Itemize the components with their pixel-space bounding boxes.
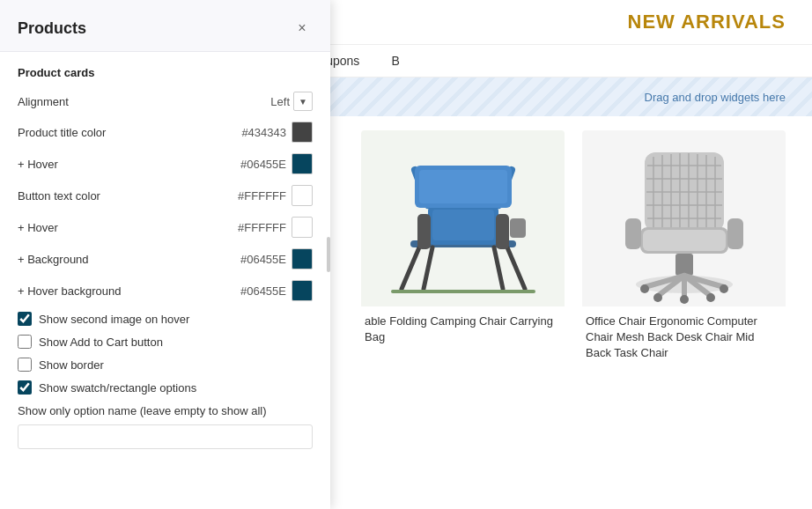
background-hex: #06455E bbox=[240, 253, 286, 266]
button-hover-swatch[interactable] bbox=[292, 217, 313, 238]
alignment-control[interactable]: Left ▼ bbox=[270, 92, 313, 111]
site-title: NEW ARRIVALS bbox=[628, 11, 786, 33]
product-title-color-control: #434343 bbox=[241, 122, 313, 143]
svg-rect-30 bbox=[643, 230, 726, 251]
show-only-option-desc: Show only option name (leave empty to sh… bbox=[18, 403, 313, 419]
svg-line-5 bbox=[424, 247, 432, 289]
product-title-color-swatch[interactable] bbox=[292, 122, 313, 143]
nav-item-b[interactable]: B bbox=[375, 45, 415, 77]
panel-body: Product cards Alignment Left ▼ Product t… bbox=[0, 52, 330, 509]
svg-line-3 bbox=[402, 247, 419, 289]
product-card-1: able Folding Camping Chair Carrying Bag bbox=[361, 130, 565, 365]
button-hover-row: + Hover #FFFFFF bbox=[18, 217, 313, 238]
show-border-checkbox[interactable] bbox=[18, 358, 32, 372]
product-card-2: Office Chair Ergonomic Computer Chair Me… bbox=[582, 130, 786, 365]
show-swatch-checkbox[interactable] bbox=[18, 380, 32, 395]
title-hover-swatch[interactable] bbox=[292, 153, 313, 174]
title-hover-hex: #06455E bbox=[240, 158, 286, 171]
hover-background-control: #06455E bbox=[240, 280, 313, 301]
show-swatch-label: Show swatch/rectangle options bbox=[39, 381, 196, 395]
hover-background-label: + Hover background bbox=[18, 284, 240, 298]
svg-rect-2 bbox=[432, 210, 494, 240]
background-row: + Background #06455E bbox=[18, 248, 313, 269]
alignment-row: Alignment Left ▼ bbox=[18, 92, 313, 111]
svg-line-6 bbox=[494, 247, 503, 289]
svg-rect-33 bbox=[675, 254, 693, 276]
svg-rect-31 bbox=[625, 218, 641, 249]
svg-point-42 bbox=[653, 293, 662, 302]
show-only-option-input[interactable] bbox=[18, 424, 313, 449]
button-text-color-hex: #FFFFFF bbox=[238, 189, 286, 203]
title-hover-control: #06455E bbox=[240, 153, 313, 174]
resize-handle[interactable] bbox=[327, 237, 330, 272]
panel-title: Products bbox=[18, 19, 86, 38]
drop-zone-text: Drag and drop widgets here bbox=[645, 91, 786, 104]
show-second-image-label: Show second image on hover bbox=[39, 313, 189, 326]
hover-background-swatch[interactable] bbox=[292, 280, 313, 301]
product-image-1 bbox=[361, 130, 565, 306]
background-label: + Background bbox=[18, 253, 240, 266]
alignment-value: Left bbox=[270, 95, 290, 108]
product-name-1: able Folding Camping Chair Carrying Bag bbox=[361, 306, 565, 349]
svg-rect-12 bbox=[419, 170, 507, 203]
settings-panel: Products × Product cards Alignment Left … bbox=[0, 0, 330, 509]
button-hover-control: #FFFFFF bbox=[238, 217, 313, 238]
hover-background-row: + Hover background #06455E bbox=[18, 280, 313, 301]
svg-point-44 bbox=[680, 295, 689, 304]
product-image-2 bbox=[582, 130, 786, 306]
show-swatch-row: Show swatch/rectangle options bbox=[18, 380, 313, 395]
button-text-color-swatch[interactable] bbox=[292, 185, 313, 206]
button-hover-label: + Hover bbox=[18, 221, 238, 234]
alignment-label: Alignment bbox=[18, 95, 270, 108]
svg-rect-7 bbox=[417, 214, 431, 249]
product-title-color-hex: #434343 bbox=[241, 126, 286, 139]
svg-line-4 bbox=[507, 247, 525, 289]
button-text-color-row: Button text color #FFFFFF bbox=[18, 185, 313, 206]
show-border-label: Show border bbox=[39, 358, 104, 372]
show-second-image-row: Show second image on hover bbox=[18, 312, 313, 326]
product-title-color-label: Product title color bbox=[18, 126, 241, 139]
alignment-dropdown-arrow[interactable]: ▼ bbox=[293, 92, 313, 111]
background-control: #06455E bbox=[240, 248, 313, 269]
title-hover-row: + Hover #06455E bbox=[18, 153, 313, 174]
product-name-2: Office Chair Ergonomic Computer Chair Me… bbox=[582, 306, 786, 365]
section-heading-product-cards: Product cards bbox=[18, 66, 313, 79]
svg-rect-13 bbox=[510, 218, 526, 238]
title-hover-label: + Hover bbox=[18, 158, 240, 171]
show-second-image-checkbox[interactable] bbox=[18, 312, 32, 326]
product-title-color-row: Product title color #434343 bbox=[18, 122, 313, 143]
show-add-to-cart-label: Show Add to Cart button bbox=[39, 336, 163, 349]
svg-rect-32 bbox=[727, 218, 743, 249]
show-add-to-cart-checkbox[interactable] bbox=[18, 335, 32, 349]
hover-background-hex: #06455E bbox=[240, 284, 286, 298]
button-hover-hex: #FFFFFF bbox=[238, 221, 286, 234]
svg-rect-8 bbox=[496, 214, 509, 249]
show-add-to-cart-row: Show Add to Cart button bbox=[18, 335, 313, 349]
button-text-color-label: Button text color bbox=[18, 189, 238, 203]
close-button[interactable]: × bbox=[292, 18, 313, 39]
button-text-color-control: #FFFFFF bbox=[238, 185, 313, 206]
svg-point-40 bbox=[640, 284, 649, 293]
background-swatch[interactable] bbox=[292, 248, 313, 269]
product-grid: able Folding Camping Chair Carrying Bag bbox=[335, 116, 812, 380]
show-border-row: Show border bbox=[18, 358, 313, 372]
svg-point-41 bbox=[720, 284, 728, 293]
svg-point-43 bbox=[706, 293, 715, 302]
panel-header: Products × bbox=[0, 0, 330, 52]
